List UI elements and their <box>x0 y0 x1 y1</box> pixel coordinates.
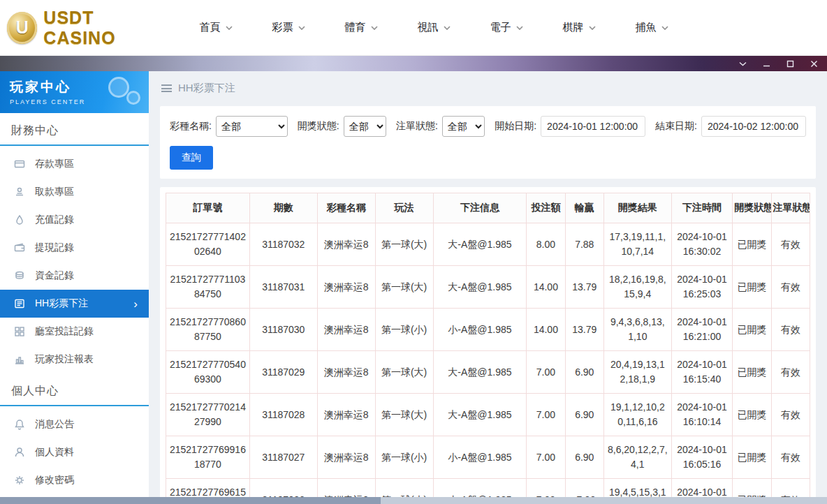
section-title: 個人中心 <box>11 384 138 399</box>
chevron-down-icon <box>371 26 378 30</box>
cell-period: 31187031 <box>249 266 317 309</box>
cell-lottery: 澳洲幸运8 <box>317 266 375 309</box>
personal-menu: 消息公告 個人資料 修改密碼 <box>0 406 149 494</box>
sidebar-item-player-report[interactable]: 玩家投注報表 <box>0 346 149 373</box>
sidebar-item-withdrawal-record[interactable]: 提現記錄 <box>0 234 149 262</box>
column-header: 下注信息 <box>433 193 527 223</box>
sidebar-item-announcements[interactable]: 消息公告 <box>0 410 149 438</box>
nav-item[interactable]: 彩票 <box>252 14 325 41</box>
start-date-input[interactable] <box>541 116 645 137</box>
nav-item-label: 電子 <box>490 21 511 34</box>
draw-status-label: 開獎狀態: <box>298 120 339 133</box>
nav-item[interactable]: 電子 <box>470 14 543 41</box>
window-maximize-button[interactable] <box>785 59 795 68</box>
close-icon <box>810 60 818 68</box>
cell-play: 第一球(大) <box>375 351 433 394</box>
table-row: 215217277699161877031187027澳洲幸运8第一球(小)小-… <box>166 436 810 479</box>
cell-order-no: 2152172777086087750 <box>166 309 250 351</box>
grid-icon <box>14 326 25 337</box>
poker-chip-icon <box>126 91 140 105</box>
sidebar-item-label: 提現記錄 <box>35 242 74 254</box>
sidebar-item-label: 資金記錄 <box>35 269 74 282</box>
cell-win-loss: 13.79 <box>565 309 603 351</box>
nav-item[interactable]: 捕魚 <box>615 14 688 41</box>
cell-bet-time: 2024-10-01 16:15:40 <box>671 351 733 394</box>
chevron-right-icon: › <box>133 298 138 310</box>
cell-play: 第一球(大) <box>375 266 433 309</box>
nav-item-label: 棋牌 <box>563 21 584 34</box>
sidebar-item-label: 玩家投注報表 <box>35 353 94 366</box>
sidebar-item-label: 充值記錄 <box>35 214 74 226</box>
table-row: 215217277702142799031187028澳洲幸运8第一球(大)大-… <box>166 394 810 436</box>
table-row: 215217277705406930031187029澳洲幸运8第一球(大)大-… <box>166 351 810 394</box>
horizontal-scrollbar[interactable] <box>0 497 827 504</box>
window-collapse-button[interactable] <box>738 59 747 68</box>
sidebar-item-change-password[interactable]: 修改密碼 <box>0 466 149 494</box>
end-date-input[interactable] <box>701 116 806 137</box>
sidebar-item-deposit[interactable]: 存款專區 <box>0 150 149 178</box>
sidebar-item-withdraw[interactable]: 取款專區 <box>0 178 149 206</box>
filter-panel: 彩種名稱: 全部 開獎狀態: 全部 注單狀態: 全部 開始日期: 結束日期: 查… <box>160 106 816 179</box>
menu-icon[interactable] <box>161 84 172 92</box>
draw-status-select[interactable]: 全部 <box>344 116 386 137</box>
end-date-label: 結束日期: <box>655 120 697 133</box>
cell-play: 第一球(小) <box>375 309 433 351</box>
sidebar-item-profile[interactable]: 個人資料 <box>0 438 149 466</box>
nav-item-label: 彩票 <box>272 21 293 34</box>
cell-bet-info: 大-A盤@1.985 <box>433 394 527 436</box>
window-minimize-button[interactable] <box>761 59 771 68</box>
window-close-button[interactable] <box>809 59 819 68</box>
table-row: 215217277711038475031187031澳洲幸运8第一球(大)大-… <box>166 266 810 309</box>
nav-item-label: 體育 <box>345 21 366 34</box>
scrollbar-thumb[interactable] <box>0 497 381 504</box>
cell-draw-result: 18,2,16,19,8,15,9,4 <box>603 266 671 309</box>
bar-chart-icon <box>14 354 25 365</box>
nav-item[interactable]: 視訊 <box>397 14 470 41</box>
nav-item[interactable]: 體育 <box>325 14 397 41</box>
coins-icon <box>14 270 25 281</box>
cell-bet-time: 2024-10-01 16:25:03 <box>671 266 733 309</box>
sidebar-item-label: 存款專區 <box>35 158 74 170</box>
lottery-name-select[interactable]: 全部 <box>216 116 288 137</box>
nav-item-label: 視訊 <box>418 21 439 34</box>
cell-order-no: 2152172777140202640 <box>166 223 250 266</box>
sidebar-item-funds-record[interactable]: 資金記錄 <box>0 262 149 290</box>
cell-period: 31187032 <box>249 223 317 266</box>
nav-item[interactable]: 首頁 <box>180 14 252 41</box>
sidebar-item-hh-lottery-bet[interactable]: HH彩票下注 › <box>0 290 149 318</box>
cell-draw-status: 已開獎 <box>733 223 771 266</box>
sidebar-item-label: 修改密碼 <box>35 474 74 487</box>
breadcrumb-label: HH彩票下注 <box>178 82 235 95</box>
cell-bet-amount: 14.00 <box>527 309 565 351</box>
sidebar-item-label: 廳室投註記錄 <box>35 325 94 338</box>
cell-order-no: 2152172777054069300 <box>166 351 250 394</box>
sidebar-item-label: 個人資料 <box>35 446 74 459</box>
chevron-down-icon <box>739 61 747 66</box>
cell-draw-status: 已開獎 <box>733 436 771 479</box>
cell-order-status: 有效 <box>771 436 810 479</box>
cell-order-no: 2152172776991618770 <box>166 436 250 479</box>
cell-draw-status: 已開獎 <box>733 351 771 394</box>
order-status-select[interactable]: 全部 <box>442 116 485 137</box>
nav-item-label: 捕魚 <box>636 21 657 34</box>
lottery-name-label: 彩種名稱: <box>170 120 212 133</box>
poker-chip-icon <box>108 77 129 98</box>
sidebar-item-recharge-record[interactable]: 充值記錄 <box>0 206 149 234</box>
cell-period: 31187029 <box>249 351 317 394</box>
cell-bet-amount: 7.00 <box>527 351 565 394</box>
table-row: 215217277708608775031187030澳洲幸运8第一球(小)小-… <box>166 309 810 351</box>
sidebar: 玩家中心 PLAYERS CENTER 財務中心 存款專區 取款專區 充值記錄 <box>0 71 149 504</box>
sidebar-item-hall-bet-record[interactable]: 廳室投註記錄 <box>0 318 149 346</box>
cell-lottery: 澳洲幸运8 <box>317 436 375 479</box>
column-header: 開獎結果 <box>603 193 671 223</box>
search-button[interactable]: 查詢 <box>170 146 213 170</box>
chevron-down-icon <box>298 26 305 30</box>
cell-play: 第一球(小) <box>375 436 433 479</box>
cell-win-loss: 13.79 <box>565 266 603 309</box>
cell-period: 31187027 <box>249 436 317 479</box>
nav-item[interactable]: 棋牌 <box>543 14 615 41</box>
chevron-down-icon <box>589 26 596 30</box>
breadcrumb: HH彩票下注 <box>149 71 827 101</box>
gear-icon <box>14 475 25 486</box>
cell-bet-time: 2024-10-01 16:10:14 <box>671 394 733 436</box>
